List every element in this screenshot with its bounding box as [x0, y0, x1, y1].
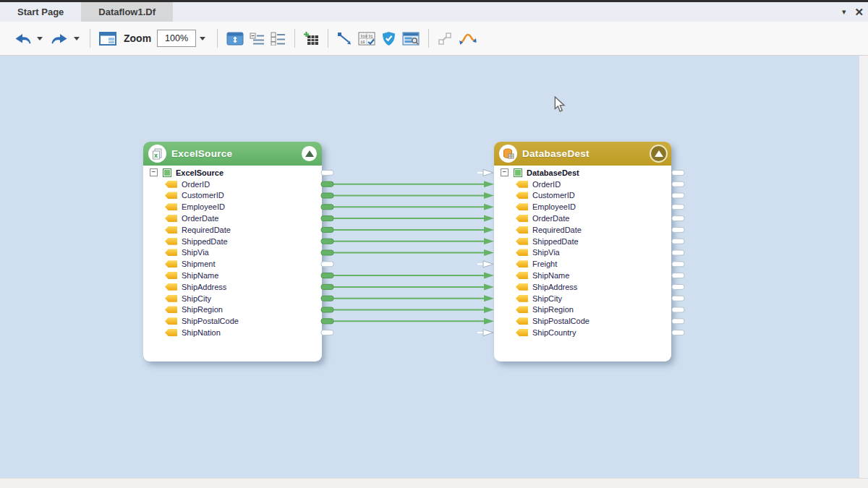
column-icon: [165, 181, 177, 188]
field-row[interactable]: ShipRegion: [494, 304, 671, 316]
field-name-label: OrderDate: [182, 214, 218, 223]
tab-list-dropdown-icon[interactable]: ▾: [842, 8, 846, 16]
zoom-label: Zoom: [124, 33, 151, 44]
preview-window-button[interactable]: [399, 30, 422, 48]
add-table-button[interactable]: [301, 30, 322, 48]
fit-to-window-button[interactable]: [224, 30, 247, 48]
column-icon: [165, 283, 177, 291]
tab-start-page-label: Start Page: [17, 7, 64, 17]
field-row[interactable]: ShipRegion: [143, 304, 322, 316]
table-name-label: DatabaseDest: [527, 168, 579, 177]
draw-connection-button[interactable]: [334, 30, 355, 48]
field-row[interactable]: ShipName: [143, 270, 322, 281]
field-name-label: ShipAddress: [182, 283, 226, 291]
collapse-row-toggle[interactable]: −: [501, 168, 509, 176]
table-row[interactable]: −ExcelSource: [143, 167, 322, 179]
diagram-layout-button[interactable]: [96, 30, 119, 48]
field-row[interactable]: ShipNation: [143, 327, 322, 338]
collapse-node-button[interactable]: [651, 146, 666, 161]
excel-source-header[interactable]: x ExcelSource: [143, 142, 322, 166]
field-row[interactable]: OrderID: [494, 179, 671, 190]
redo-dropdown-icon[interactable]: [74, 37, 80, 40]
field-row[interactable]: OrderDate: [143, 213, 322, 224]
collapse-tree-button[interactable]: [247, 30, 268, 48]
field-row[interactable]: CustomerID: [143, 190, 322, 202]
field-name-label: ShipRegion: [532, 305, 574, 314]
field-row[interactable]: ShipCountry: [494, 327, 671, 338]
horizontal-scrollbar[interactable]: [0, 478, 868, 488]
tab-start-page[interactable]: Start Page: [0, 2, 81, 22]
node-excel-source[interactable]: x ExcelSource −ExcelSourceOrderIDCustome…: [143, 142, 322, 361]
field-name-label: ShipName: [182, 271, 218, 280]
field-row[interactable]: ShipPostalCode: [494, 315, 671, 327]
field-name-label: CustomerID: [182, 191, 224, 200]
field-name-label: ShipName: [532, 271, 569, 280]
zoom-select[interactable]: 100%: [157, 30, 196, 47]
field-row[interactable]: EmployeeID: [494, 201, 671, 213]
table-icon: [163, 168, 171, 177]
data-viewer-button[interactable]: 3103110: [355, 30, 378, 48]
undo-dropdown-icon[interactable]: [37, 37, 43, 40]
column-icon: [516, 272, 528, 279]
validate-button[interactable]: [378, 29, 399, 48]
field-name-label: Freight: [532, 260, 557, 268]
column-icon: [516, 181, 528, 188]
toolbar-separator: [294, 29, 295, 48]
field-row[interactable]: ShipVia: [143, 247, 322, 259]
field-row[interactable]: ShipCity: [143, 293, 322, 304]
field-row[interactable]: ShipPostalCode: [143, 315, 322, 327]
collapse-arrow-icon: [305, 150, 314, 157]
collapse-tree-icon: [250, 32, 265, 46]
resize-objects-button[interactable]: [435, 30, 456, 48]
field-list: −DatabaseDestOrderIDCustomerIDEmployeeID…: [494, 166, 671, 338]
field-row[interactable]: ShipVia: [494, 247, 671, 259]
field-row[interactable]: CustomerID: [494, 190, 671, 202]
close-tab-icon[interactable]: ✕: [854, 7, 864, 17]
vertical-scrollbar[interactable]: [859, 56, 868, 478]
field-row[interactable]: ShipCity: [494, 293, 671, 304]
column-icon: [516, 203, 528, 210]
field-name-label: OrderID: [532, 180, 561, 189]
field-name-label: OrderID: [182, 180, 210, 189]
field-name-label: ShipVia: [532, 248, 560, 257]
svg-text:310: 310: [360, 33, 367, 38]
tab-bar-controls: ▾ ✕: [842, 2, 864, 22]
field-name-label: ShipCity: [182, 294, 211, 303]
collapse-node-button[interactable]: [302, 146, 317, 161]
field-row[interactable]: ShippedDate: [143, 236, 322, 247]
field-row[interactable]: Freight: [494, 258, 671, 270]
resize-objects-icon: [438, 32, 453, 46]
field-row[interactable]: ShipName: [494, 270, 671, 281]
field-row[interactable]: OrderID: [143, 179, 322, 190]
collapse-row-toggle[interactable]: −: [150, 168, 158, 176]
database-dest-header[interactable]: DatabaseDest: [494, 142, 671, 166]
field-row[interactable]: ShipAddress: [143, 281, 322, 293]
undo-button[interactable]: [10, 30, 35, 46]
field-name-label: ShipRegion: [182, 305, 223, 314]
field-name-label: Shipment: [182, 260, 215, 268]
field-row[interactable]: ShippedDate: [494, 236, 671, 247]
field-row[interactable]: EmployeeID: [143, 201, 322, 213]
column-icon: [516, 226, 528, 234]
field-row[interactable]: Shipment: [143, 258, 322, 270]
tab-dataflow1[interactable]: Dataflow1.Df: [81, 2, 173, 22]
redo-button[interactable]: [47, 30, 72, 46]
excel-source-icon: x: [148, 145, 166, 163]
field-row[interactable]: RequiredDate: [143, 224, 322, 236]
field-row[interactable]: RequiredDate: [494, 224, 671, 236]
field-name-label: OrderDate: [532, 214, 569, 223]
column-icon: [165, 295, 177, 302]
expand-tree-button[interactable]: [268, 30, 289, 48]
column-icon: [516, 283, 528, 291]
table-row[interactable]: −DatabaseDest: [494, 167, 671, 179]
field-row[interactable]: OrderDate: [494, 213, 671, 224]
zoom-dropdown-icon[interactable]: [200, 37, 205, 40]
toolbar-separator: [328, 29, 328, 48]
dataflow-canvas[interactable]: x ExcelSource −ExcelSourceOrderIDCustome…: [0, 56, 868, 478]
node-database-dest[interactable]: DatabaseDest −DatabaseDestOrderIDCustome…: [494, 142, 671, 361]
field-name-label: ShipCountry: [532, 328, 576, 337]
column-icon: [516, 238, 528, 245]
field-row[interactable]: ShipAddress: [494, 281, 671, 293]
reroute-connections-button[interactable]: [456, 30, 480, 48]
field-name-label: EmployeeID: [182, 202, 225, 211]
